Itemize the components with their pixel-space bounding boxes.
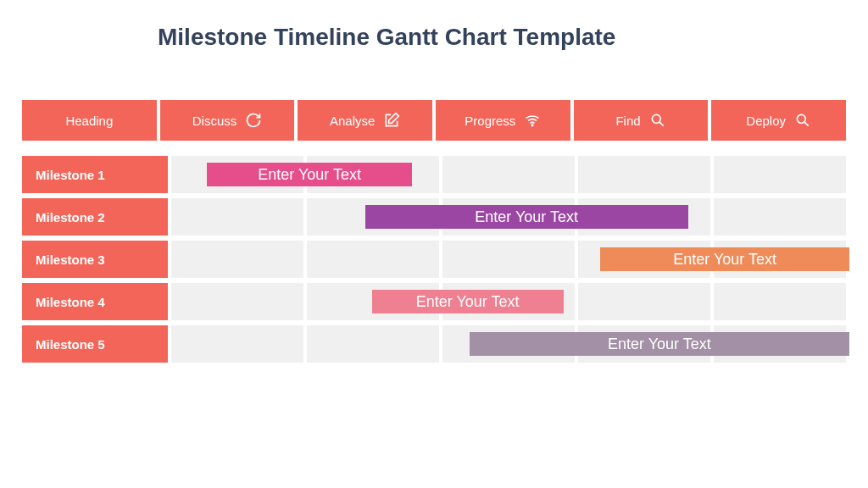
column-label: Deploy [746, 114, 786, 128]
grid-cell [307, 325, 439, 363]
svg-point-1 [652, 114, 660, 123]
gantt-bar[interactable]: Enter Your Text [372, 290, 564, 313]
grid-cell [171, 198, 303, 236]
column-discuss: Discuss [160, 100, 295, 141]
grid-cell [171, 283, 303, 320]
milestone-row: Milestone 5 Enter Your Text [22, 325, 846, 363]
grid-cell [714, 198, 846, 236]
column-find: Find [574, 100, 709, 141]
column-heading: Heading [22, 100, 157, 141]
svg-line-2 [659, 122, 664, 126]
grid-cell [171, 241, 303, 278]
column-label: Progress [465, 114, 515, 128]
grid-cell [578, 156, 710, 193]
gantt-bar[interactable]: Enter Your Text [600, 247, 849, 271]
gantt-bar[interactable]: Enter Your Text [207, 163, 412, 186]
search-icon [649, 112, 666, 129]
edit-icon [383, 112, 400, 129]
gantt-chart: Heading Discuss Analyse Progress Find [22, 100, 846, 363]
milestone-row: Milestone 2 Enter Your Text [22, 198, 846, 236]
gantt-bar[interactable]: Enter Your Text [365, 205, 688, 229]
milestone-row: Milestone 4 Enter Your Text [22, 283, 846, 320]
column-progress: Progress [436, 100, 570, 141]
gantt-bar[interactable]: Enter Your Text [470, 332, 849, 356]
row-label: Milestone 5 [22, 325, 168, 363]
column-label: Heading [65, 114, 113, 128]
column-label: Discuss [192, 114, 237, 128]
grid-cell [714, 283, 846, 320]
column-analyse: Analyse [298, 100, 432, 141]
grid-cell [171, 325, 303, 363]
milestone-row: Milestone 3 Enter Your Text [22, 241, 846, 278]
row-label: Milestone 2 [22, 198, 168, 236]
column-label: Find [615, 114, 640, 128]
refresh-icon [245, 112, 262, 129]
svg-line-4 [804, 122, 809, 126]
grid-cell [714, 156, 846, 193]
grid-cell [442, 156, 575, 193]
row-label: Milestone 4 [22, 283, 168, 320]
column-label: Analyse [330, 114, 375, 128]
column-deploy: Deploy [711, 100, 846, 141]
wifi-icon [524, 112, 541, 129]
page-title: Milestone Timeline Gantt Chart Template [158, 24, 854, 51]
row-label: Milestone 1 [22, 156, 168, 193]
row-label: Milestone 3 [22, 241, 168, 278]
milestone-row: Milestone 1 Enter Your Text [22, 156, 846, 193]
grid-cell [307, 241, 439, 278]
grid-cell [442, 241, 575, 278]
search-icon [794, 112, 811, 129]
svg-point-0 [532, 125, 534, 126]
svg-point-3 [797, 114, 805, 123]
grid-cell [578, 283, 710, 320]
header-row: Heading Discuss Analyse Progress Find [22, 100, 846, 141]
